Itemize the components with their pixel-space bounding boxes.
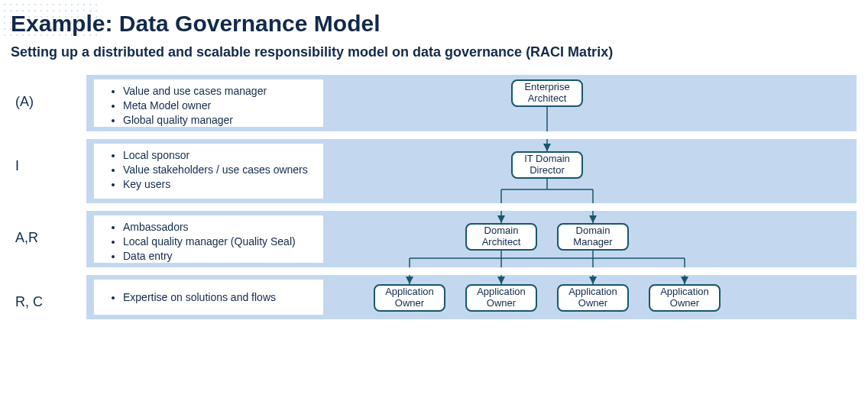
raci-band-label: A,R: [15, 210, 86, 246]
role-item: Value stakeholders / use cases owners: [123, 163, 316, 177]
raci-band-bar: Expertise on solutions and flows Applica…: [86, 274, 857, 320]
org-node-domain-manager: Domain Manager: [557, 223, 629, 251]
role-item: Data entry: [123, 249, 316, 264]
raci-band-bar: Value and use cases manager Meta Model o…: [86, 74, 857, 132]
role-item: Local quality manager (Quality Seal): [123, 235, 316, 249]
slide: Example: Data Governance Model Setting u…: [0, 0, 868, 411]
raci-band-label: (A): [15, 74, 86, 110]
org-node-app-owner: Application Owner: [649, 284, 721, 312]
page-title: Example: Data Governance Model: [11, 11, 857, 37]
raci-band-label: I: [15, 138, 86, 174]
raci-diagram: (A) Value and use cases manager Meta Mod…: [15, 74, 857, 320]
page-subtitle: Setting up a distributed and scalable re…: [11, 44, 857, 60]
svg-marker-10: [589, 215, 597, 223]
role-item: Key users: [123, 177, 316, 192]
raci-band-label: R, C: [15, 274, 86, 310]
role-item: Expertise on solutions and flows: [123, 290, 276, 305]
org-node-it-domain-director: IT Domain Director: [511, 151, 583, 179]
raci-roles-box: Value and use cases manager Meta Model o…: [94, 79, 323, 127]
org-node-app-owner: Application Owner: [557, 284, 629, 312]
svg-marker-23: [589, 277, 597, 284]
org-node-enterprise-architect: Enterprise Architect: [511, 79, 583, 107]
role-item: Ambassadors: [123, 220, 316, 235]
raci-band-i: I Local sponsor Value stakeholders / use…: [15, 138, 857, 204]
raci-roles-box: Local sponsor Value stakeholders / use c…: [94, 144, 323, 199]
org-node-app-owner: Application Owner: [374, 284, 445, 312]
role-item: Value and use cases manager: [123, 84, 316, 99]
org-node-app-owner: Application Owner: [465, 284, 537, 312]
role-item: Local sponsor: [123, 148, 316, 163]
svg-marker-19: [406, 277, 413, 284]
raci-band-bar: Local sponsor Value stakeholders / use c…: [86, 138, 857, 204]
raci-band-bar: Ambassadors Local quality manager (Quali…: [86, 210, 857, 268]
raci-roles-box: Expertise on solutions and flows: [94, 280, 323, 315]
svg-marker-8: [497, 215, 505, 223]
role-item: Meta Model owner: [123, 99, 316, 113]
raci-band-a: (A) Value and use cases manager Meta Mod…: [15, 74, 857, 132]
org-node-domain-architect: Domain Architect: [465, 223, 537, 251]
svg-marker-21: [497, 277, 505, 284]
svg-marker-2: [543, 144, 551, 151]
raci-band-rc: R, C Expertise on solutions and flows Ap…: [15, 274, 857, 320]
role-item: Global quality manager: [123, 113, 316, 128]
raci-roles-box: Ambassadors Local quality manager (Quali…: [94, 215, 323, 263]
svg-marker-25: [681, 277, 688, 284]
raci-band-ar: A,R Ambassadors Local quality manager (Q…: [15, 210, 857, 268]
